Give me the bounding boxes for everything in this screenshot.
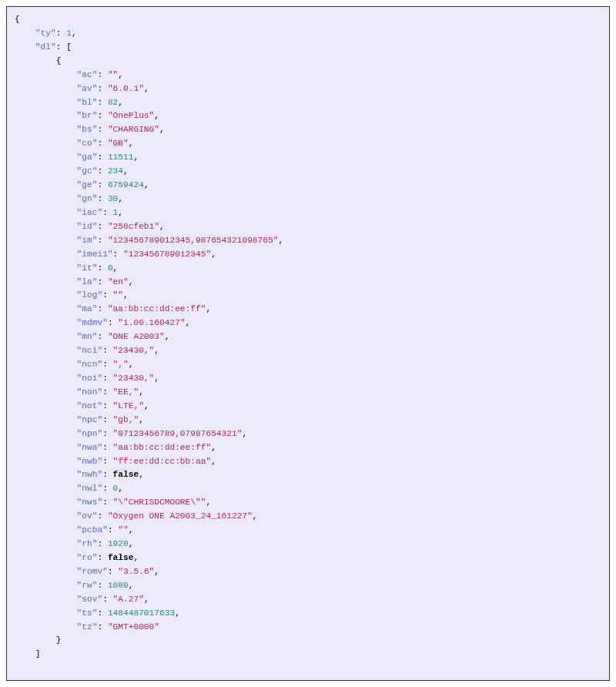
prop-npn: "npn": "07123456789,07987654321", bbox=[15, 427, 601, 441]
prop-ts: "ts": 1484487017633, bbox=[15, 607, 601, 621]
value-ty: 1 bbox=[66, 28, 72, 38]
prop-gn: "gn": 30, bbox=[15, 193, 601, 206]
prop-ov: "ov": "Oxygen ONE A2003_24_161227", bbox=[15, 510, 601, 524]
prop-co: "co": "GB", bbox=[15, 137, 601, 151]
prop-bl: "bl": 82, bbox=[15, 96, 601, 110]
prop-br: "br": "OnePlus", bbox=[15, 109, 601, 123]
prop-not: "not": "LTE,", bbox=[15, 400, 601, 414]
prop-npc: "npc": "gb,", bbox=[15, 414, 601, 427]
dl-properties: "ac": "", "av": "6.0.1", "bl": 82, "br":… bbox=[15, 69, 601, 635]
prop-id: "id": "258cfeb1", bbox=[15, 220, 601, 234]
prop-rh: "rh": 1920, bbox=[15, 538, 601, 551]
prop-ty: "ty": 1, bbox=[15, 27, 601, 41]
dl-item-open: { bbox=[15, 55, 601, 69]
prop-dl-open: "dl": [ bbox=[15, 41, 601, 55]
prop-gc: "gc": 234, bbox=[15, 165, 601, 179]
prop-it: "it": 0, bbox=[15, 262, 601, 276]
prop-ma: "ma": "aa:bb:cc:dd:ee:ff", bbox=[15, 303, 601, 317]
prop-av: "av": "6.0.1", bbox=[15, 82, 601, 96]
dl-item-close: } bbox=[15, 634, 601, 648]
brace-open: { bbox=[15, 13, 601, 27]
prop-ac: "ac": "", bbox=[15, 69, 601, 82]
prop-nwl: "nwl": 0, bbox=[15, 482, 601, 496]
prop-iac: "iac": 1, bbox=[15, 206, 601, 220]
prop-mn: "mn": "ONE A2003", bbox=[15, 330, 601, 344]
prop-ga: "ga": 11511, bbox=[15, 151, 601, 165]
prop-non: "non": "EE,", bbox=[15, 386, 601, 400]
prop-nws: "nws": "\"CHRISDCMOORE\"", bbox=[15, 496, 601, 510]
prop-nci: "nci": "23430,", bbox=[15, 344, 601, 358]
prop-log: "log": "", bbox=[15, 289, 601, 303]
prop-imei1: "imei1": "123456789012345", bbox=[15, 248, 601, 262]
prop-ge: "ge": 6759424, bbox=[15, 179, 601, 193]
prop-im: "im": "123456789012345,987654321098765", bbox=[15, 234, 601, 248]
prop-pcba: "pcba": "", bbox=[15, 524, 601, 538]
prop-rw: "rw": 1080, bbox=[15, 579, 601, 593]
prop-tz: "tz": "GMT+0000" bbox=[15, 621, 601, 635]
prop-nwa: "nwa": "aa:bb:cc:dd:ee:ff", bbox=[15, 441, 601, 455]
prop-romv: "romv": "3.5.6", bbox=[15, 565, 601, 579]
prop-nwh: "nwh": false, bbox=[15, 468, 601, 482]
prop-nwb: "nwb": "ff:ee:dd:cc:bb:aa", bbox=[15, 455, 601, 469]
prop-noi: "noi": "23430,", bbox=[15, 372, 601, 386]
prop-sov: "sov": "A.27", bbox=[15, 593, 601, 607]
prop-la: "la": "en", bbox=[15, 276, 601, 290]
prop-ncn: "ncn": ",", bbox=[15, 358, 601, 372]
prop-bs: "bs": "CHARGING", bbox=[15, 123, 601, 137]
prop-ro: "ro": false, bbox=[15, 551, 601, 565]
json-panel: { "ty": 1, "dl": [ { "ac": "", "av": "6.… bbox=[6, 6, 610, 681]
prop-mdmv: "mdmv": "1.06.160427", bbox=[15, 317, 601, 330]
dl-array-close: ] bbox=[15, 648, 601, 662]
